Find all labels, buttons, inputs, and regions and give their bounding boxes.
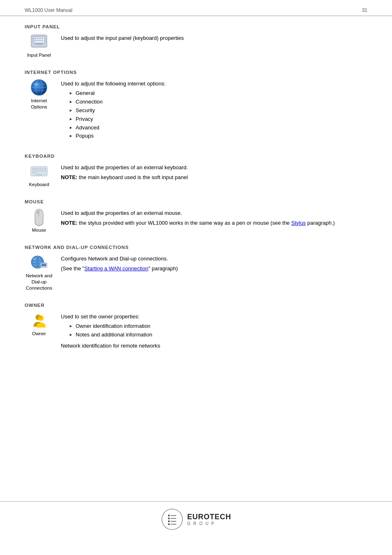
svg-rect-21	[35, 168, 37, 170]
keyboard-text: Used to adjust the properties of an exte…	[61, 163, 367, 183]
network-description-1: Configures Network and Dial-up connectio…	[61, 255, 367, 263]
section-keyboard: KEYBOARD	[25, 154, 367, 188]
internet-options-icon	[30, 79, 48, 96]
page-container: WL1000 User Manual 31 INPUT PANEL	[0, 0, 392, 555]
svg-rect-24	[42, 168, 44, 170]
network-text: Configures Network and Dial-up connectio…	[61, 254, 367, 274]
svg-rect-33	[35, 172, 37, 173]
internet-options-text: Used to adjust the following internet op…	[61, 79, 367, 142]
main-content: INPUT PANEL	[0, 16, 392, 371]
icon-block-network: Network andDial-upConnections	[25, 254, 53, 291]
list-item: Connection	[69, 98, 367, 106]
input-panel-text: Used to adjust the input panel (keyboard…	[61, 33, 367, 44]
page-footer: EUROTECH G R O U P	[0, 501, 392, 530]
brand-name: EUROTECH	[187, 513, 231, 521]
keyboard-icon	[30, 163, 48, 180]
svg-rect-9	[42, 40, 43, 41]
section-body-keyboard: Keyboard Used to adjust the properties o…	[25, 163, 367, 188]
svg-rect-30	[42, 170, 44, 171]
mouse-icon	[30, 208, 48, 226]
section-heading-input-panel: INPUT PANEL	[25, 24, 367, 29]
section-input-panel: INPUT PANEL	[25, 24, 367, 58]
icon-block-keyboard: Keyboard	[25, 163, 53, 188]
section-body-mouse: Mouse Used to adjust the properties of a…	[25, 208, 367, 233]
section-heading-keyboard: KEYBOARD	[25, 154, 367, 159]
svg-rect-20	[32, 168, 34, 170]
list-item: Popups	[69, 132, 367, 140]
list-item: Notes and additional information	[69, 331, 367, 339]
internet-options-label: InternetOptions	[31, 98, 47, 110]
svg-rect-45	[42, 267, 46, 268]
svg-point-48	[39, 316, 42, 318]
manual-title: WL1000 User Manual	[25, 7, 72, 13]
svg-rect-25	[44, 168, 46, 170]
section-internet-options: INTERNET OPTIONS	[25, 70, 367, 142]
icon-block-mouse: Mouse	[25, 208, 53, 233]
svg-rect-4	[39, 38, 41, 39]
section-heading-mouse: MOUSE	[25, 199, 367, 204]
svg-rect-36	[37, 211, 39, 214]
mouse-note: NOTE: the stylus provided with your WL10…	[61, 219, 367, 227]
svg-rect-6	[34, 40, 36, 41]
page-header: WL1000 User Manual 31	[0, 0, 392, 16]
svg-rect-5	[42, 38, 43, 39]
list-item: Owner identification information	[69, 322, 367, 331]
owner-extra-note: Network identification for remote networ…	[61, 342, 367, 350]
svg-point-49	[162, 509, 182, 530]
internet-options-list: General Connection Security Privacy Adva…	[69, 89, 367, 140]
eurotech-logo-icon	[161, 508, 183, 530]
section-network: NETWORK AND DIAL-UP CONNECTIONS	[25, 245, 367, 291]
icon-block-owner: Owner	[25, 312, 53, 337]
mouse-label: Mouse	[32, 227, 46, 233]
svg-rect-29	[39, 170, 41, 171]
svg-rect-31	[44, 170, 46, 171]
svg-rect-7	[37, 40, 38, 41]
svg-rect-52	[168, 518, 170, 519]
list-item: Advanced	[69, 124, 367, 132]
wan-connection-link[interactable]: Starting a WAN connection	[84, 265, 148, 272]
section-body-network: Network andDial-upConnections Configures…	[25, 254, 367, 291]
svg-rect-23	[39, 168, 41, 170]
svg-rect-3	[37, 38, 38, 39]
svg-rect-8	[39, 40, 41, 41]
input-panel-icon	[30, 33, 48, 51]
page-number: 31	[362, 7, 367, 13]
network-label: Network andDial-upConnections	[26, 273, 53, 291]
svg-rect-10	[35, 44, 43, 45]
keyboard-description: Used to adjust the properties of an exte…	[61, 164, 367, 172]
svg-rect-28	[37, 170, 39, 171]
svg-rect-44	[42, 264, 46, 267]
internet-options-description: Used to adjust the following internet op…	[61, 80, 367, 88]
section-body-input-panel: Input Panel Used to adjust the input pan…	[25, 33, 367, 58]
mouse-text: Used to adjust the properties of an exte…	[61, 208, 367, 228]
owner-icon	[30, 312, 48, 329]
stylus-link[interactable]: Stylus	[291, 220, 306, 226]
brand-sub: G R O U P	[187, 521, 231, 526]
owner-list: Owner identification information Notes a…	[69, 322, 367, 339]
footer-logo: EUROTECH G R O U P	[161, 508, 231, 530]
keyboard-label: Keyboard	[29, 182, 49, 188]
keyboard-note: NOTE: the main keyboard used is the soft…	[61, 173, 367, 182]
list-item: Security	[69, 106, 367, 115]
input-panel-label: Input Panel	[27, 52, 51, 58]
svg-rect-34	[36, 174, 42, 175]
svg-rect-22	[37, 168, 39, 170]
section-owner: OWNER	[25, 303, 367, 352]
icon-block-internet: InternetOptions	[25, 79, 53, 110]
list-item: General	[69, 89, 367, 98]
svg-rect-27	[35, 170, 37, 171]
icon-block-input-panel: Input Panel	[25, 33, 53, 58]
svg-rect-2	[34, 38, 36, 39]
input-panel-description: Used to adjust the input panel (keyboard…	[61, 34, 367, 42]
mouse-description: Used to adjust the properties of an exte…	[61, 209, 367, 217]
section-heading-owner: OWNER	[25, 303, 367, 308]
section-mouse: MOUSE	[25, 199, 367, 233]
network-description-2: (See the "Starting a WAN connection" par…	[61, 265, 367, 273]
network-icon	[30, 254, 48, 271]
section-heading-internet: INTERNET OPTIONS	[25, 70, 367, 75]
owner-description: Used to set the owner properties:	[61, 313, 367, 321]
svg-rect-56	[168, 523, 170, 525]
footer-brand-text: EUROTECH G R O U P	[187, 513, 231, 526]
section-body-owner: Owner Used to set the owner properties: …	[25, 312, 367, 352]
owner-text: Used to set the owner properties: Owner …	[61, 312, 367, 352]
